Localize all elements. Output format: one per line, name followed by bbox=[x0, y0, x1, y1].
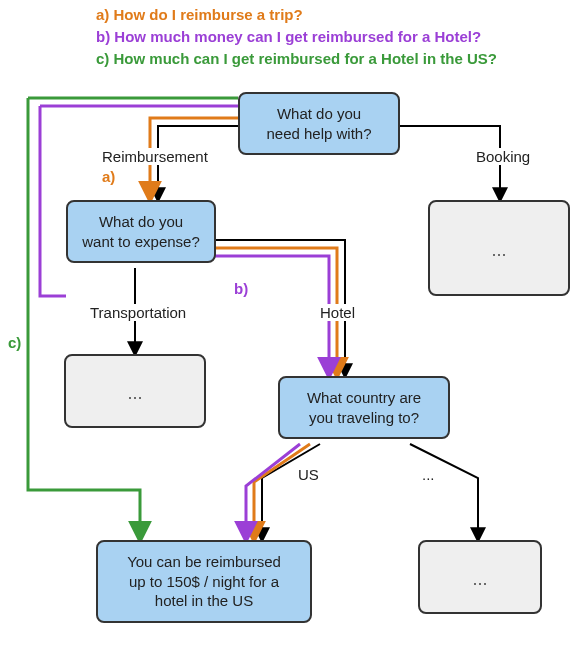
node-expense: What do youwant to expense? bbox=[66, 200, 216, 263]
path-tag-a: a) bbox=[102, 168, 115, 185]
diagram-stage: { "questions": { "a": "a) How do I reimb… bbox=[0, 0, 588, 656]
path-tag-b: b) bbox=[234, 280, 248, 297]
edge-us: US bbox=[296, 466, 321, 483]
question-c: c) How much can I get reimbursed for a H… bbox=[96, 50, 497, 67]
path-tag-c: c) bbox=[8, 334, 21, 351]
edge-booking: Booking bbox=[474, 148, 532, 165]
node-other-country-placeholder: ... bbox=[418, 540, 542, 614]
question-a: a) How do I reimburse a trip? bbox=[96, 6, 303, 23]
node-transport-placeholder: ... bbox=[64, 354, 206, 428]
node-country: What country areyou traveling to? bbox=[278, 376, 450, 439]
edge-hotel: Hotel bbox=[318, 304, 357, 321]
node-answer: You can be reimbursedup to 150$ / night … bbox=[96, 540, 312, 623]
node-booking-placeholder: ... bbox=[428, 200, 570, 296]
edge-other: ... bbox=[420, 466, 437, 483]
node-root: What do youneed help with? bbox=[238, 92, 400, 155]
edge-reimbursement: Reimbursement bbox=[100, 148, 210, 165]
edge-transportation: Transportation bbox=[88, 304, 188, 321]
question-b: b) How much money can I get reimbursed f… bbox=[96, 28, 481, 45]
